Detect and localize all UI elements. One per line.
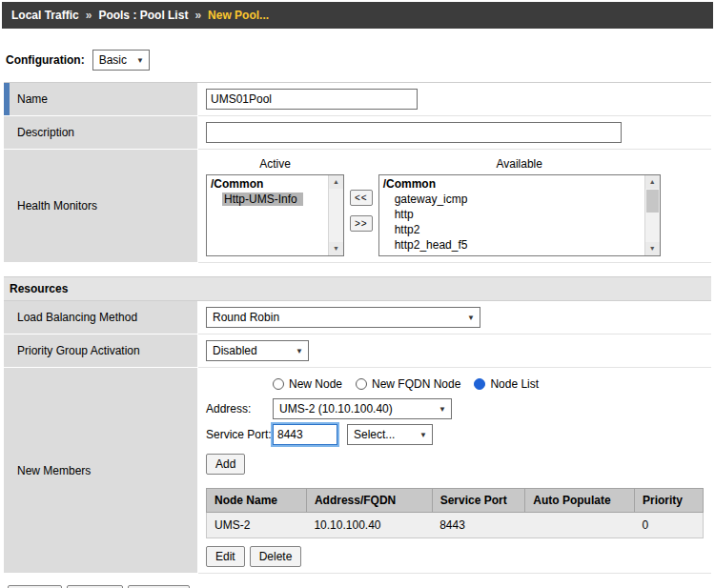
members-header-auto-populate: Auto Populate [525,489,635,513]
monitor-partition-group: /Common [207,176,327,192]
radio-node-list[interactable]: Node List [474,377,539,391]
member-priority: 0 [634,513,703,538]
service-port-select-value: Select... [354,428,395,441]
available-monitors-listbox[interactable]: /Common gateway_icmp http http2 http2_he… [378,174,661,256]
member-node-name: UMS-2 [207,513,307,538]
members-table: Node Name Address/FQDN Service Port Auto… [206,488,704,538]
members-header-address: Address/FQDN [306,489,432,513]
address-select[interactable]: UMS-2 (10.10.100.40) ▼ [273,398,452,419]
member-auto-populate [525,513,635,538]
chevron-down-icon: ▼ [419,431,427,439]
chevron-down-icon: ▼ [136,56,144,65]
radio-new-node[interactable]: New Node [273,377,342,391]
breadcrumb-separator-icon: » [194,9,201,22]
name-label: Name [10,83,198,116]
delete-button[interactable]: Delete [250,546,302,567]
member-address: 10.10.100.40 [306,513,432,538]
scrollbar-thumb[interactable] [646,190,659,213]
radio-new-fqdn-node[interactable]: New FQDN Node [356,377,460,391]
available-monitor-item[interactable]: http2_head_f5 [379,237,644,253]
add-button[interactable]: Add [206,454,245,475]
members-header-service-port: Service Port [432,489,525,513]
radio-node-list-label: Node List [490,377,539,391]
description-row: Description [4,116,711,150]
name-input[interactable] [206,89,418,110]
available-monitor-item[interactable]: http [379,207,644,222]
chevron-down-icon: ▼ [296,347,303,355]
service-port-select[interactable]: Select... ▼ [347,424,433,445]
radio-selected-icon[interactable] [474,378,485,390]
scroll-down-icon[interactable]: ▼ [329,242,343,255]
priority-group-label: Priority Group Activation [10,335,198,368]
pool-general-properties-table: Name Description Health Monitors Active … [4,82,711,263]
priority-group-select[interactable]: Disabled ▼ [206,340,309,361]
available-monitors-header: Available [378,155,661,174]
scroll-down-icon[interactable]: ▼ [645,242,660,255]
breadcrumb-pool-list[interactable]: Pools : Pool List [98,9,188,22]
health-monitors-row: Health Monitors Active /Common Http-UMS-… [4,150,711,263]
load-balancing-label: Load Balancing Method [10,301,198,335]
active-monitor-item[interactable]: Http-UMS-Info [207,192,327,207]
selected-monitor[interactable]: Http-UMS-Info [222,193,303,206]
configuration-row: Configuration: Basic ▼ [0,29,715,82]
member-service-port: 8443 [432,513,525,538]
members-header-node-name: Node Name [207,489,307,513]
configuration-label: Configuration: [6,53,85,67]
description-input[interactable] [206,122,622,143]
new-members-row: New Members New Node New FQDN Node Node … [4,368,711,574]
chevron-down-icon: ▼ [439,405,446,414]
load-balancing-select[interactable]: Round Robin ▼ [206,307,480,328]
available-monitor-item[interactable]: gateway_icmp [379,192,644,207]
new-members-label: New Members [10,368,198,574]
breadcrumb-separator-icon: » [86,9,92,22]
table-row[interactable]: UMS-2 10.10.100.40 8443 0 [207,513,704,538]
health-monitors-label: Health Monitors [10,150,198,263]
available-monitor-item[interactable]: http2 [379,222,644,237]
radio-icon[interactable] [356,378,367,390]
scroll-up-icon[interactable]: ▲ [645,175,660,189]
monitor-partition-group: /Common [379,176,644,192]
name-row: Name [4,83,711,116]
resources-table: Load Balancing Method Round Robin ▼ Prio… [4,301,711,574]
scrollbar[interactable]: ▲ ▼ [328,175,343,255]
chevron-down-icon: ▼ [467,314,475,322]
load-balancing-value: Round Robin [213,311,279,324]
node-type-radio-group: New Node New FQDN Node Node List [273,377,704,391]
resources-section-header: Resources [4,276,711,301]
configuration-select-value: Basic [99,53,127,67]
priority-group-value: Disabled [213,344,257,357]
service-port-input[interactable] [273,424,337,445]
members-header-priority: Priority [634,489,703,513]
description-label: Description [10,116,198,150]
priority-group-row: Priority Group Activation Disabled ▼ [4,335,711,368]
breadcrumb-local-traffic[interactable]: Local Traffic [11,9,79,22]
active-monitors-header: Active [206,155,344,174]
breadcrumb: Local Traffic » Pools : Pool List » New … [2,2,713,29]
scroll-up-icon[interactable]: ▲ [329,175,343,189]
radio-new-fqdn-node-label: New FQDN Node [372,377,460,391]
active-monitors-listbox[interactable]: /Common Http-UMS-Info ▲ ▼ [206,174,344,256]
breadcrumb-current-page: New Pool... [208,9,269,22]
load-balancing-row: Load Balancing Method Round Robin ▼ [4,301,711,335]
radio-new-node-label: New Node [289,377,342,391]
service-port-label: Service Port: [206,428,273,441]
address-value: UMS-2 (10.10.100.40) [279,402,393,416]
address-label: Address: [206,402,273,416]
move-to-active-button[interactable]: >> [350,215,373,232]
radio-icon[interactable] [273,378,284,390]
configuration-select[interactable]: Basic ▼ [92,50,150,71]
move-to-available-button[interactable]: << [350,190,373,206]
edit-button[interactable]: Edit [206,546,245,567]
scrollbar[interactable]: ▲ ▼ [644,175,660,255]
